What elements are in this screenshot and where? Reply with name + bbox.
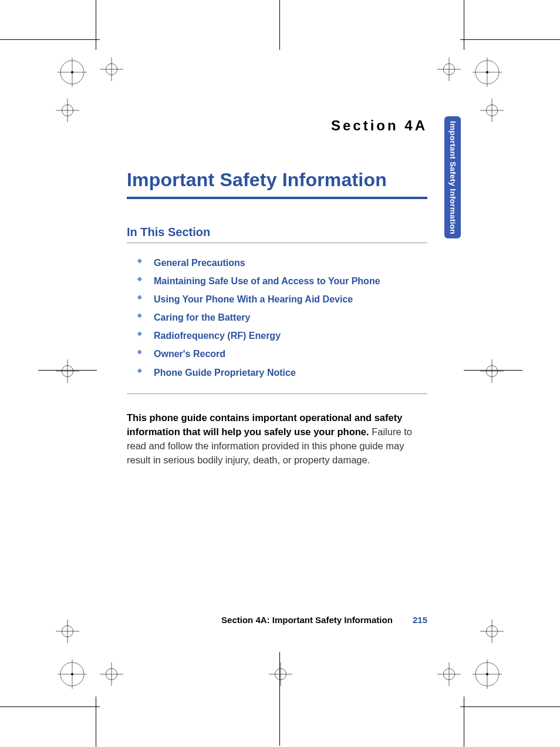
registration-mark-icon: [480, 359, 504, 383]
toc-item: Caring for the Battery: [137, 308, 427, 327]
registration-mark-icon: [56, 620, 79, 643]
registration-mark-icon: [100, 58, 123, 81]
registration-mark-icon: [480, 99, 504, 122]
toc-item: Owner's Record: [137, 345, 427, 363]
crop-mark: [0, 706, 100, 707]
toc-item: General Precautions: [137, 254, 427, 272]
registration-mark-icon: [437, 662, 461, 686]
toc-list: General Precautions Maintaining Safe Use…: [137, 254, 427, 382]
svg-point-48: [486, 673, 488, 675]
svg-point-35: [71, 673, 73, 675]
side-tab: Important Safety Information: [444, 116, 461, 238]
body-paragraph: This phone guide contains important oper…: [127, 411, 427, 467]
registration-mark-icon: [100, 662, 123, 686]
registration-mark-icon: [58, 58, 87, 87]
toc-item: Radiofrequency (RF) Energy: [137, 327, 427, 345]
page-title: Important Safety Information: [127, 169, 427, 191]
side-tab-label: Important Safety Information: [448, 121, 457, 234]
registration-mark-icon: [269, 662, 292, 686]
registration-mark-icon: [473, 58, 502, 87]
crop-mark: [96, 0, 96, 50]
toc-item: Using Your Phone With a Hearing Aid Devi…: [137, 290, 427, 308]
subheading: In This Section: [127, 226, 427, 239]
crop-mark: [460, 39, 560, 40]
rule: [127, 243, 427, 243]
page-number: 215: [413, 615, 427, 625]
registration-mark-icon: [437, 58, 461, 81]
registration-mark-icon: [480, 620, 504, 643]
crop-mark: [279, 0, 280, 50]
body-bold: This phone guide contains important oper…: [127, 412, 402, 437]
rule: [127, 393, 427, 394]
title-underline: [127, 197, 427, 199]
crop-mark: [96, 696, 96, 747]
toc-item: Maintaining Safe Use of and Access to Yo…: [137, 272, 427, 290]
registration-mark-icon: [56, 359, 79, 383]
toc-item: Phone Guide Proprietary Notice: [137, 364, 427, 382]
crop-mark: [460, 706, 560, 707]
svg-point-3: [71, 71, 73, 73]
registration-mark-icon: [56, 99, 79, 122]
page-footer: Section 4A: Important Safety Information…: [127, 615, 427, 625]
crop-mark: [464, 696, 464, 747]
crop-mark: [464, 0, 464, 50]
crop-mark: [0, 39, 100, 40]
page-content: Section 4A Important Safety Information …: [127, 117, 427, 467]
registration-mark-icon: [473, 659, 502, 689]
registration-mark-icon: [58, 659, 87, 689]
svg-point-13: [486, 71, 488, 73]
section-label: Section 4A: [127, 117, 427, 134]
footer-label: Section 4A: Important Safety Information: [221, 615, 393, 625]
